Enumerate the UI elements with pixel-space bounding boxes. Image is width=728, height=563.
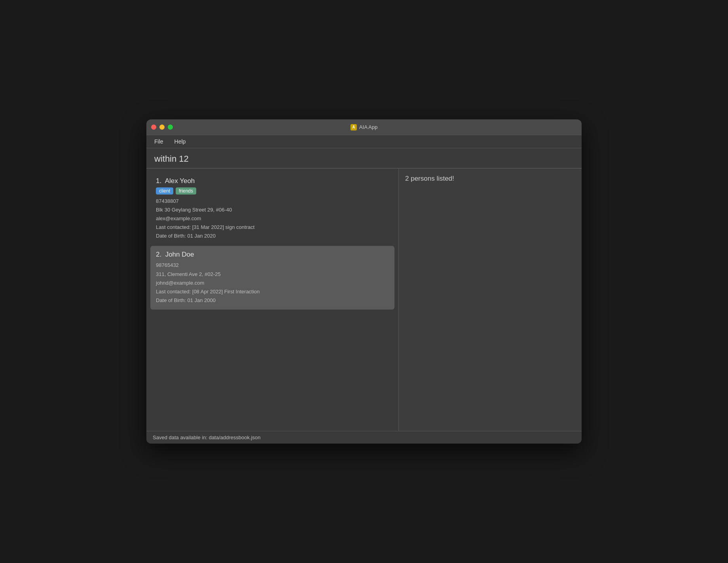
tag-friends: friends [176,187,196,195]
persons-listed-label: 2 persons listed! [405,175,575,183]
window-title: AIA App [359,124,377,130]
main-window: A AIA App File Help 1. Alex Yeoh client … [146,119,582,444]
statusbar: Saved data available in: data/addressboo… [146,431,582,444]
minimize-button[interactable] [159,125,165,130]
person-1-address: Blk 30 Geylang Street 29, #06-40 [156,206,389,214]
person-2-email: johnd@example.com [156,279,389,287]
app-icon: A [351,124,357,130]
person-1-details: 87438807 Blk 30 Geylang Street 29, #06-4… [156,197,389,240]
window-title-container: A AIA App [351,124,377,130]
person-1-name: 1. Alex Yeoh [156,177,389,185]
tag-client: client [156,187,173,195]
person-1-last-contacted: Last contacted: [31 Mar 2022] sign contr… [156,223,389,232]
person-2-phone: 98765432 [156,261,389,270]
person-1-tags: client friends [156,187,389,195]
status-text: Saved data available in: data/addressboo… [153,435,260,440]
person-2-details: 98765432 311, Clementi Ave 2, #02-25 joh… [156,261,389,304]
search-input[interactable] [154,154,574,164]
person-list: 1. Alex Yeoh client friends 87438807 Blk… [146,168,399,431]
person-2-last-contacted: Last contacted: [08 Apr 2022] First Inte… [156,287,389,296]
person-1-dob: Date of Birth: 01 Jan 2020 [156,232,389,240]
menu-help[interactable]: Help [173,138,188,145]
close-button[interactable] [151,125,156,130]
menubar: File Help [146,135,582,148]
person-card-2[interactable]: 2. John Doe 98765432 311, Clementi Ave 2… [150,246,394,309]
person-2-dob: Date of Birth: 01 Jan 2000 [156,296,389,305]
app-icon-label: A [352,125,355,129]
menu-file[interactable]: File [153,138,165,145]
person-1-email: alex@example.com [156,214,389,223]
detail-panel: 2 persons listed! [399,168,582,431]
person-card-1[interactable]: 1. Alex Yeoh client friends 87438807 Blk… [150,172,394,245]
person-2-name: 2. John Doe [156,251,389,259]
person-2-address: 311, Clementi Ave 2, #02-25 [156,270,389,279]
main-content: 1. Alex Yeoh client friends 87438807 Blk… [146,168,582,431]
search-bar [146,148,582,168]
maximize-button[interactable] [168,125,173,130]
traffic-lights [151,125,173,130]
titlebar: A AIA App [146,119,582,135]
person-1-phone: 87438807 [156,197,389,206]
